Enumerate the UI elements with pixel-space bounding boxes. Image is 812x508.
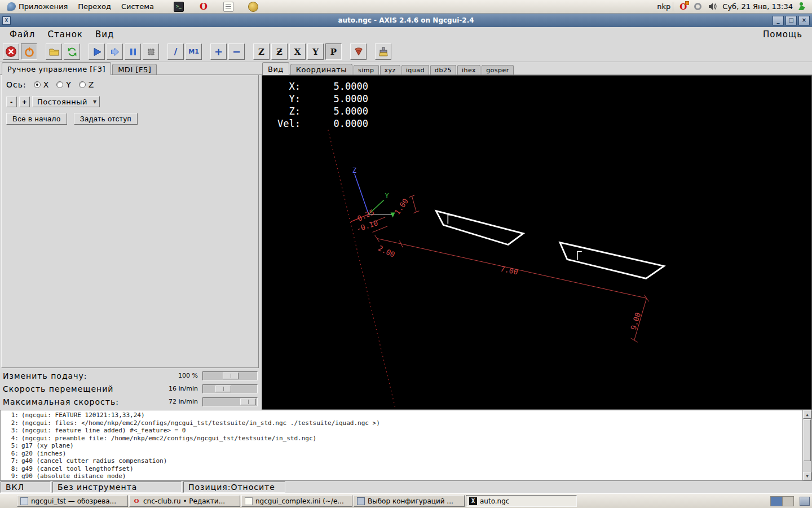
gcode-line[interactable]: 3:(ngcgui: feature line added) #<_featur… xyxy=(3,427,801,435)
minimize-button[interactable]: _ xyxy=(773,16,784,25)
tab-ihex[interactable]: ihex xyxy=(457,65,480,75)
clock-label[interactable]: Суб, 21 Янв, 13:34 xyxy=(722,2,793,11)
clear-plot-button[interactable] xyxy=(375,43,391,60)
open-file-button[interactable] xyxy=(46,43,62,60)
applications-menu[interactable]: Приложения xyxy=(2,0,73,13)
view-x-button[interactable]: X xyxy=(289,43,306,60)
scrollbar-thumb[interactable] xyxy=(804,419,811,461)
tool-launcher-icon[interactable] xyxy=(248,2,258,12)
max-velocity-label: Максимальная скорость: xyxy=(3,397,152,406)
axis-radio-y[interactable]: Y xyxy=(56,80,72,89)
view-z-button[interactable]: Z xyxy=(253,43,270,60)
tab-mdi-label: MDI [F5] xyxy=(118,65,151,74)
gcode-line[interactable]: 6:g20 (inches) xyxy=(3,450,801,458)
text-editor-launcher-icon[interactable] xyxy=(223,2,233,12)
machine-power-button[interactable] xyxy=(21,43,37,60)
menu-machine[interactable]: Станок xyxy=(41,28,89,41)
username-label[interactable]: nkp xyxy=(657,2,673,11)
gcode-line[interactable]: 7:g40 (cancel cutter radius compensation… xyxy=(3,457,801,465)
scroll-up-icon[interactable]: ▲ xyxy=(803,410,811,419)
tab-gosper[interactable]: gosper xyxy=(482,65,514,75)
axis-radio-z[interactable]: Z xyxy=(79,80,95,89)
taskbar-item-file-manager[interactable]: ngcgui_tst — обозрева... xyxy=(17,495,128,507)
home-all-button[interactable]: Все в начало xyxy=(6,113,67,125)
jog-minus-button[interactable]: - xyxy=(6,97,17,107)
step-button[interactable] xyxy=(107,43,123,60)
run-button[interactable] xyxy=(89,43,105,60)
max-velocity-slider-thumb[interactable] xyxy=(240,398,256,405)
network-tray-icon[interactable] xyxy=(693,2,703,11)
taskbar-item-config-picker[interactable]: Выбор конфигураций ... xyxy=(354,495,465,507)
zoom-out-button[interactable]: − xyxy=(228,43,245,60)
show-tool-button[interactable] xyxy=(350,43,367,60)
stop-button[interactable] xyxy=(143,43,159,60)
reload-button[interactable] xyxy=(64,43,80,60)
menu-file[interactable]: Файл xyxy=(3,28,41,41)
tab-mdi[interactable]: MDI [F5] xyxy=(112,64,157,75)
touch-off-button[interactable]: Задать отступ xyxy=(74,113,138,125)
logout-icon[interactable] xyxy=(798,2,807,11)
show-desktop-icon[interactable] xyxy=(800,497,810,506)
axis-app-icon: X xyxy=(469,497,477,505)
tool-cone-icon xyxy=(353,46,364,58)
tab-db25[interactable]: db25 xyxy=(430,65,456,75)
feed-override-slider-thumb[interactable] xyxy=(223,373,239,379)
tab-preview[interactable]: Вид xyxy=(262,62,289,75)
jog-speed-label: Скорость перемещений xyxy=(3,384,152,393)
taskbar-item-opera[interactable]: O cnc-club.ru • Редакти... xyxy=(129,495,240,507)
view-y-button[interactable]: Y xyxy=(307,43,324,60)
zoom-in-button[interactable]: + xyxy=(210,43,227,60)
taskbar-item-axis[interactable]: X auto.ngc xyxy=(466,495,577,507)
gcode-line[interactable]: 9:g90 (absolute distance mode) xyxy=(3,472,801,480)
tab-dro[interactable]: Координаты xyxy=(290,64,352,75)
maximize-button[interactable]: □ xyxy=(785,16,797,25)
max-velocity-slider[interactable] xyxy=(202,397,258,406)
jog-speed-slider-thumb[interactable] xyxy=(215,386,231,392)
taskbar-item-editor[interactable]: ngcgui_complex.ini (~/e... xyxy=(241,495,352,507)
jog-speed-value: 16 in/min xyxy=(152,385,198,392)
stop-icon xyxy=(145,46,157,58)
gcode-line[interactable]: 1:(ngcgui: FEATURE 120121:13,33,24) xyxy=(3,411,801,419)
opera-launcher-icon[interactable]: O xyxy=(198,2,209,12)
menu-view[interactable]: Вид xyxy=(89,28,120,41)
dro-x-value: 5.0000 xyxy=(301,80,368,93)
axis-radio-x[interactable]: X xyxy=(34,80,50,89)
skip-lines-toggle[interactable]: / xyxy=(167,43,184,60)
estop-button[interactable] xyxy=(3,43,19,60)
workspace-2[interactable] xyxy=(782,497,793,506)
gcode-line[interactable]: 8:g49 (cancel tool lengthoffset) xyxy=(3,465,801,473)
jog-mode-select[interactable]: Постоянный ▼ xyxy=(32,96,100,107)
close-button[interactable]: × xyxy=(798,16,810,25)
tab-manual-control[interactable]: Ручное управление [F3] xyxy=(2,62,111,75)
tab-xyz[interactable]: xyz xyxy=(380,65,400,75)
scroll-down-icon[interactable]: ▼ xyxy=(803,472,811,480)
menubar: Файл Станок Вид Помощь xyxy=(0,27,812,42)
volume-icon[interactable] xyxy=(708,2,717,11)
tab-simp[interactable]: simp xyxy=(354,65,379,75)
tab-iquad[interactable]: iquad xyxy=(401,65,429,75)
window-icon[interactable]: X xyxy=(2,16,11,25)
jog-speed-slider[interactable] xyxy=(202,384,258,393)
view-perspective-button[interactable]: P xyxy=(325,43,342,60)
menu-help[interactable]: Помощь xyxy=(757,28,809,41)
task-label: ngcgui_complex.ini (~/e... xyxy=(255,497,344,505)
backplot-view[interactable]: Z Y 1.00 0.25 -0.10 2.00 7. xyxy=(262,75,812,410)
gcode-scrollbar[interactable]: ▲ ▼ xyxy=(802,410,811,480)
machine-power-status: ВКЛ xyxy=(1,481,51,493)
gcode-line[interactable]: 2:(ngcgui: files: </home/nkp/emc2/config… xyxy=(3,419,801,427)
optional-stop-toggle[interactable]: M1 xyxy=(186,43,202,60)
position-mode-status: Позиция:Относите xyxy=(183,481,285,493)
zoom-out-icon: − xyxy=(232,46,241,58)
jog-plus-button[interactable]: + xyxy=(19,97,30,107)
system-menu[interactable]: Система xyxy=(116,0,159,13)
terminal-launcher-icon[interactable]: >_ xyxy=(174,2,184,12)
view-z-rotated-button[interactable]: Ƶ xyxy=(271,43,288,60)
gcode-line[interactable]: 5:g17 (xy plane) xyxy=(3,442,801,450)
gcode-listing[interactable]: 1:(ngcgui: FEATURE 120121:13,33,24) 2:(n… xyxy=(0,410,812,481)
opera-tray-icon[interactable]: O xyxy=(678,2,688,11)
workspace-1[interactable] xyxy=(771,497,782,506)
places-menu[interactable]: Переход xyxy=(73,0,116,13)
feed-override-slider[interactable] xyxy=(202,371,258,380)
gcode-line[interactable]: 4:(ngcgui: preamble file: /home/nkp/emc2… xyxy=(3,435,801,443)
pause-button[interactable] xyxy=(125,43,141,60)
